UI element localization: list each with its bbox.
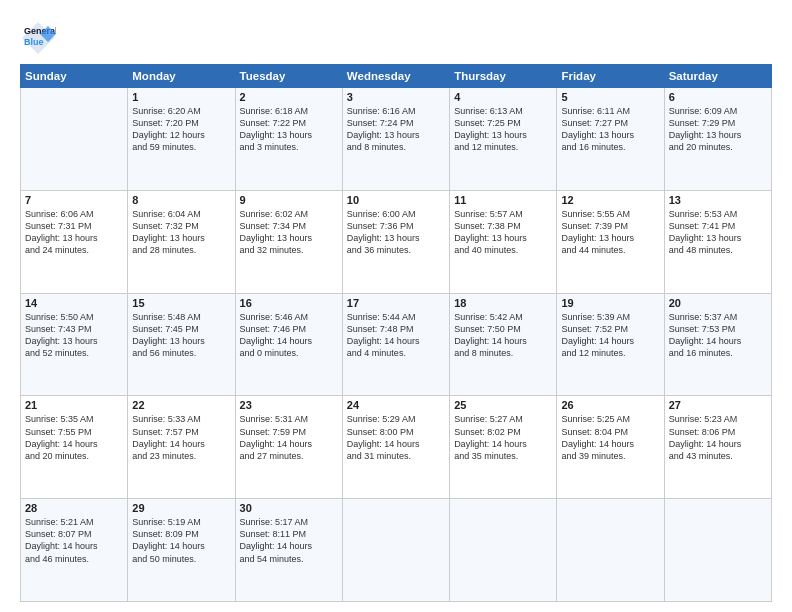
day-cell: 21Sunrise: 5:35 AM Sunset: 7:55 PM Dayli… — [21, 396, 128, 499]
day-cell: 23Sunrise: 5:31 AM Sunset: 7:59 PM Dayli… — [235, 396, 342, 499]
day-cell: 16Sunrise: 5:46 AM Sunset: 7:46 PM Dayli… — [235, 293, 342, 396]
day-cell: 12Sunrise: 5:55 AM Sunset: 7:39 PM Dayli… — [557, 190, 664, 293]
day-info: Sunrise: 5:31 AM Sunset: 7:59 PM Dayligh… — [240, 413, 338, 462]
day-info: Sunrise: 6:16 AM Sunset: 7:24 PM Dayligh… — [347, 105, 445, 154]
day-cell: 10Sunrise: 6:00 AM Sunset: 7:36 PM Dayli… — [342, 190, 449, 293]
day-info: Sunrise: 6:11 AM Sunset: 7:27 PM Dayligh… — [561, 105, 659, 154]
day-number: 17 — [347, 297, 445, 309]
day-cell: 29Sunrise: 5:19 AM Sunset: 8:09 PM Dayli… — [128, 499, 235, 602]
day-number: 12 — [561, 194, 659, 206]
day-info: Sunrise: 5:50 AM Sunset: 7:43 PM Dayligh… — [25, 311, 123, 360]
day-number: 23 — [240, 399, 338, 411]
day-info: Sunrise: 5:44 AM Sunset: 7:48 PM Dayligh… — [347, 311, 445, 360]
day-cell: 2Sunrise: 6:18 AM Sunset: 7:22 PM Daylig… — [235, 88, 342, 191]
day-number: 9 — [240, 194, 338, 206]
day-number: 21 — [25, 399, 123, 411]
day-number: 14 — [25, 297, 123, 309]
day-info: Sunrise: 6:00 AM Sunset: 7:36 PM Dayligh… — [347, 208, 445, 257]
day-info: Sunrise: 5:42 AM Sunset: 7:50 PM Dayligh… — [454, 311, 552, 360]
day-cell: 1Sunrise: 6:20 AM Sunset: 7:20 PM Daylig… — [128, 88, 235, 191]
day-cell — [342, 499, 449, 602]
day-number: 7 — [25, 194, 123, 206]
day-number: 18 — [454, 297, 552, 309]
day-cell: 30Sunrise: 5:17 AM Sunset: 8:11 PM Dayli… — [235, 499, 342, 602]
day-info: Sunrise: 5:21 AM Sunset: 8:07 PM Dayligh… — [25, 516, 123, 565]
week-row-3: 14Sunrise: 5:50 AM Sunset: 7:43 PM Dayli… — [21, 293, 772, 396]
day-cell: 6Sunrise: 6:09 AM Sunset: 7:29 PM Daylig… — [664, 88, 771, 191]
weekday-header-thursday: Thursday — [450, 65, 557, 88]
day-cell: 24Sunrise: 5:29 AM Sunset: 8:00 PM Dayli… — [342, 396, 449, 499]
day-cell — [557, 499, 664, 602]
day-info: Sunrise: 5:29 AM Sunset: 8:00 PM Dayligh… — [347, 413, 445, 462]
day-number: 28 — [25, 502, 123, 514]
day-number: 5 — [561, 91, 659, 103]
weekday-header-saturday: Saturday — [664, 65, 771, 88]
day-info: Sunrise: 6:13 AM Sunset: 7:25 PM Dayligh… — [454, 105, 552, 154]
week-row-5: 28Sunrise: 5:21 AM Sunset: 8:07 PM Dayli… — [21, 499, 772, 602]
day-number: 10 — [347, 194, 445, 206]
day-cell: 8Sunrise: 6:04 AM Sunset: 7:32 PM Daylig… — [128, 190, 235, 293]
day-info: Sunrise: 5:35 AM Sunset: 7:55 PM Dayligh… — [25, 413, 123, 462]
week-row-1: 1Sunrise: 6:20 AM Sunset: 7:20 PM Daylig… — [21, 88, 772, 191]
day-info: Sunrise: 6:18 AM Sunset: 7:22 PM Dayligh… — [240, 105, 338, 154]
week-row-2: 7Sunrise: 6:06 AM Sunset: 7:31 PM Daylig… — [21, 190, 772, 293]
header: General Blue — [20, 18, 772, 54]
day-cell: 22Sunrise: 5:33 AM Sunset: 7:57 PM Dayli… — [128, 396, 235, 499]
day-number: 26 — [561, 399, 659, 411]
day-number: 19 — [561, 297, 659, 309]
day-number: 8 — [132, 194, 230, 206]
week-row-4: 21Sunrise: 5:35 AM Sunset: 7:55 PM Dayli… — [21, 396, 772, 499]
day-info: Sunrise: 5:19 AM Sunset: 8:09 PM Dayligh… — [132, 516, 230, 565]
day-number: 30 — [240, 502, 338, 514]
day-cell: 17Sunrise: 5:44 AM Sunset: 7:48 PM Dayli… — [342, 293, 449, 396]
day-info: Sunrise: 6:02 AM Sunset: 7:34 PM Dayligh… — [240, 208, 338, 257]
day-cell — [664, 499, 771, 602]
day-info: Sunrise: 6:06 AM Sunset: 7:31 PM Dayligh… — [25, 208, 123, 257]
day-number: 25 — [454, 399, 552, 411]
weekday-header-sunday: Sunday — [21, 65, 128, 88]
day-number: 16 — [240, 297, 338, 309]
day-cell: 9Sunrise: 6:02 AM Sunset: 7:34 PM Daylig… — [235, 190, 342, 293]
day-number: 22 — [132, 399, 230, 411]
day-cell: 5Sunrise: 6:11 AM Sunset: 7:27 PM Daylig… — [557, 88, 664, 191]
day-number: 15 — [132, 297, 230, 309]
day-info: Sunrise: 5:48 AM Sunset: 7:45 PM Dayligh… — [132, 311, 230, 360]
day-cell — [21, 88, 128, 191]
day-cell: 26Sunrise: 5:25 AM Sunset: 8:04 PM Dayli… — [557, 396, 664, 499]
day-info: Sunrise: 5:25 AM Sunset: 8:04 PM Dayligh… — [561, 413, 659, 462]
day-number: 1 — [132, 91, 230, 103]
day-cell: 7Sunrise: 6:06 AM Sunset: 7:31 PM Daylig… — [21, 190, 128, 293]
day-cell: 11Sunrise: 5:57 AM Sunset: 7:38 PM Dayli… — [450, 190, 557, 293]
day-cell: 14Sunrise: 5:50 AM Sunset: 7:43 PM Dayli… — [21, 293, 128, 396]
day-cell: 28Sunrise: 5:21 AM Sunset: 8:07 PM Dayli… — [21, 499, 128, 602]
day-number: 27 — [669, 399, 767, 411]
day-info: Sunrise: 5:33 AM Sunset: 7:57 PM Dayligh… — [132, 413, 230, 462]
day-cell: 18Sunrise: 5:42 AM Sunset: 7:50 PM Dayli… — [450, 293, 557, 396]
weekday-header-wednesday: Wednesday — [342, 65, 449, 88]
day-cell: 25Sunrise: 5:27 AM Sunset: 8:02 PM Dayli… — [450, 396, 557, 499]
logo: General Blue — [20, 18, 60, 54]
day-number: 6 — [669, 91, 767, 103]
weekday-header-friday: Friday — [557, 65, 664, 88]
day-cell: 27Sunrise: 5:23 AM Sunset: 8:06 PM Dayli… — [664, 396, 771, 499]
day-cell: 3Sunrise: 6:16 AM Sunset: 7:24 PM Daylig… — [342, 88, 449, 191]
day-cell: 13Sunrise: 5:53 AM Sunset: 7:41 PM Dayli… — [664, 190, 771, 293]
day-info: Sunrise: 5:53 AM Sunset: 7:41 PM Dayligh… — [669, 208, 767, 257]
day-number: 2 — [240, 91, 338, 103]
day-number: 13 — [669, 194, 767, 206]
page: General Blue SundayMondayTuesdayWednesda… — [0, 0, 792, 612]
weekday-header-monday: Monday — [128, 65, 235, 88]
logo-icon: General Blue — [20, 18, 56, 54]
day-cell: 4Sunrise: 6:13 AM Sunset: 7:25 PM Daylig… — [450, 88, 557, 191]
day-info: Sunrise: 5:39 AM Sunset: 7:52 PM Dayligh… — [561, 311, 659, 360]
day-number: 29 — [132, 502, 230, 514]
day-cell: 20Sunrise: 5:37 AM Sunset: 7:53 PM Dayli… — [664, 293, 771, 396]
day-cell: 15Sunrise: 5:48 AM Sunset: 7:45 PM Dayli… — [128, 293, 235, 396]
day-info: Sunrise: 6:09 AM Sunset: 7:29 PM Dayligh… — [669, 105, 767, 154]
day-info: Sunrise: 5:27 AM Sunset: 8:02 PM Dayligh… — [454, 413, 552, 462]
day-info: Sunrise: 6:20 AM Sunset: 7:20 PM Dayligh… — [132, 105, 230, 154]
calendar-table: SundayMondayTuesdayWednesdayThursdayFrid… — [20, 64, 772, 602]
day-number: 4 — [454, 91, 552, 103]
day-info: Sunrise: 5:46 AM Sunset: 7:46 PM Dayligh… — [240, 311, 338, 360]
day-info: Sunrise: 6:04 AM Sunset: 7:32 PM Dayligh… — [132, 208, 230, 257]
